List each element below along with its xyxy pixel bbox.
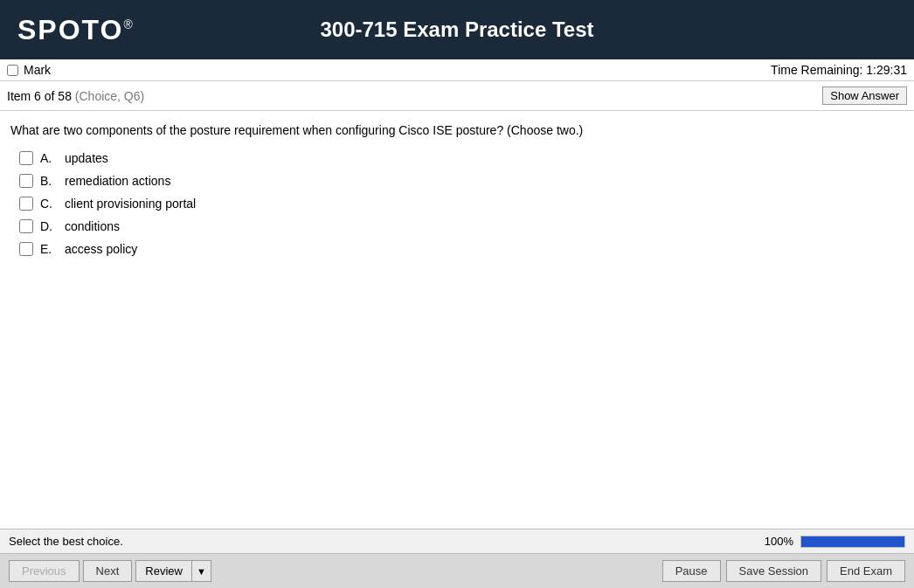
logo-text: SPOTO <box>17 14 123 45</box>
time-remaining: Time Remaining: 1:29:31 <box>771 63 907 77</box>
header: SPOTO® 300-715 Exam Practice Test <box>0 0 914 59</box>
option-text-2: client provisioning portal <box>65 197 196 211</box>
option-checkbox-d[interactable] <box>19 219 33 233</box>
option-checkbox-b[interactable] <box>19 174 33 188</box>
bottom-bar: Previous Next Review ▼ Pause Save Sessio… <box>0 553 914 588</box>
answer-option-b: B.remediation actions <box>19 174 904 188</box>
option-letter-0: A. <box>40 151 58 165</box>
review-group: Review ▼ <box>135 560 211 582</box>
item-info: Item 6 of 58 (Choice, Q6) <box>7 89 144 103</box>
answer-option-d: D.conditions <box>19 219 904 233</box>
question-text: What are two components of the posture r… <box>10 123 904 137</box>
bottom-left-controls: Previous Next Review ▼ <box>9 560 211 582</box>
review-button[interactable]: Review <box>135 560 191 582</box>
progress-fill <box>801 536 904 547</box>
logo: SPOTO® <box>17 14 135 46</box>
mark-label: Mark <box>24 63 51 77</box>
status-text: Select the best choice. <box>9 535 123 548</box>
progress-percent: 100% <box>765 535 793 548</box>
option-checkbox-c[interactable] <box>19 197 33 211</box>
save-session-button[interactable]: Save Session <box>726 560 822 582</box>
end-exam-button[interactable]: End Exam <box>827 560 905 582</box>
pause-button[interactable]: Pause <box>662 560 721 582</box>
item-count: Item 6 of 58 <box>7 89 72 103</box>
bottom-right-controls: Pause Save Session End Exam <box>662 560 905 582</box>
answer-option-c: C.client provisioning portal <box>19 197 904 211</box>
page-title: 300-715 Exam Practice Test <box>320 17 593 42</box>
mark-area: Mark <box>7 63 51 77</box>
previous-button[interactable]: Previous <box>9 560 80 582</box>
mark-checkbox[interactable] <box>7 65 18 76</box>
option-checkbox-a[interactable] <box>19 151 33 165</box>
option-text-3: conditions <box>65 219 120 233</box>
question-area: What are two components of the posture r… <box>0 111 914 529</box>
next-button[interactable]: Next <box>83 560 133 582</box>
item-bar: Item 6 of 58 (Choice, Q6) Show Answer <box>0 81 914 111</box>
answer-option-e: E.access policy <box>19 242 904 256</box>
top-bar: Mark Time Remaining: 1:29:31 <box>0 59 914 81</box>
option-letter-4: E. <box>40 242 58 256</box>
option-text-4: access policy <box>65 242 137 256</box>
option-text-1: remediation actions <box>65 174 170 188</box>
show-answer-button[interactable]: Show Answer <box>822 86 907 105</box>
choice-type: (Choice, Q6) <box>75 89 144 103</box>
option-letter-3: D. <box>40 219 58 233</box>
answer-options: A.updatesB.remediation actionsC.client p… <box>10 151 904 256</box>
option-letter-1: B. <box>40 174 58 188</box>
status-bar: Select the best choice. 100% <box>0 529 914 553</box>
option-text-0: updates <box>65 151 108 165</box>
logo-sup: ® <box>123 17 134 31</box>
answer-option-a: A.updates <box>19 151 904 165</box>
option-checkbox-e[interactable] <box>19 242 33 256</box>
review-dropdown-button[interactable]: ▼ <box>191 560 211 582</box>
progress-area: 100% <box>765 535 905 548</box>
option-letter-2: C. <box>40 197 58 211</box>
progress-bar <box>800 536 905 548</box>
